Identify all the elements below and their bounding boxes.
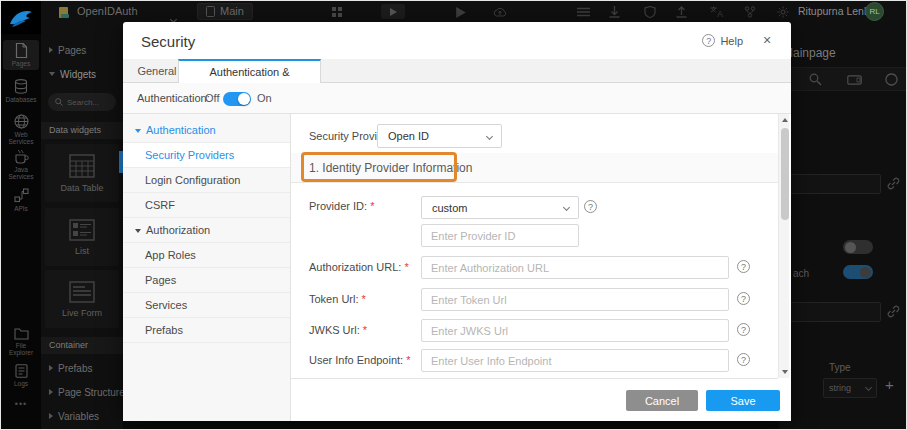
page-icon <box>206 6 215 17</box>
theme-ring-icon[interactable] <box>885 73 898 86</box>
export-icon[interactable] <box>676 6 687 18</box>
authorization-url-input[interactable] <box>421 256 729 279</box>
help-icon[interactable] <box>737 260 750 273</box>
help-button[interactable]: Help <box>702 34 743 47</box>
play-icon <box>390 8 397 16</box>
project-name[interactable]: OpenIDAuth <box>77 1 138 22</box>
tree-item-prefabs[interactable]: Prefabs <box>41 359 123 377</box>
inspect-icon[interactable] <box>809 73 822 86</box>
rail-more-menu[interactable]: ••• <box>3 399 39 409</box>
user-info-endpoint-input[interactable] <box>421 349 729 372</box>
nav-item-app-roles[interactable]: App Roles <box>123 243 290 268</box>
dialog-title: Security <box>141 33 195 50</box>
tree-item-page-structure[interactable]: Page Structure <box>41 383 123 401</box>
caret-right-icon <box>49 413 53 419</box>
caret-right-icon <box>49 389 53 395</box>
user-name[interactable]: Ritupurna Lenka <box>798 1 875 22</box>
api-nodes-icon <box>14 188 29 203</box>
scrollbar-thumb[interactable] <box>781 128 789 220</box>
add-button[interactable]: + <box>885 376 894 393</box>
coffee-icon <box>14 149 29 164</box>
avatar[interactable]: RL <box>865 2 884 21</box>
import-icon[interactable] <box>609 6 620 18</box>
caret-right-icon <box>49 365 53 371</box>
page-tab-main[interactable]: Main <box>197 3 253 20</box>
tab-authentication-authorization[interactable]: Authentication & Authorization <box>178 59 321 84</box>
toggle-on-label: On <box>257 92 272 104</box>
widgets-search-input[interactable]: Search... <box>48 93 116 111</box>
help-icon[interactable] <box>737 292 750 305</box>
property-toggle-on[interactable] <box>843 265 873 279</box>
toggle-off-label: Off <box>205 92 219 104</box>
authentication-toggle[interactable] <box>223 92 251 106</box>
nav-item-services[interactable]: Services <box>123 293 290 318</box>
branch-icon[interactable] <box>744 6 756 18</box>
device-preview-icon[interactable] <box>847 75 862 85</box>
authorization-url-label: Authorization URL: <box>309 261 409 273</box>
scroll-down-icon[interactable] <box>782 370 788 374</box>
tree-item-widgets[interactable]: Widgets <box>41 65 123 83</box>
jwks-url-label: JWKS Url: <box>309 324 367 336</box>
rail-item-pages[interactable]: Pages <box>3 40 39 70</box>
caret-down-icon <box>49 72 55 76</box>
dialog-tabs: General Authentication & Authorization <box>123 59 791 83</box>
list-menu-icon[interactable] <box>577 7 590 17</box>
nav-item-pages[interactable]: Pages <box>123 268 290 293</box>
database-icon <box>14 79 28 94</box>
security-provider-select[interactable]: Open ID <box>377 124 502 148</box>
rail-item-web-services[interactable]: Web Services <box>3 114 39 145</box>
close-icon[interactable] <box>759 32 775 48</box>
help-icon[interactable] <box>737 353 750 366</box>
save-button[interactable]: Save <box>706 390 780 411</box>
rail-item-apis[interactable]: APIs <box>3 188 39 212</box>
tree-item-variables[interactable]: Variables <box>41 407 123 425</box>
translate-icon[interactable]: A <box>710 6 724 18</box>
grid-view-icon[interactable] <box>332 7 342 17</box>
jwks-url-input[interactable] <box>421 319 729 342</box>
data-table-icon <box>69 154 95 178</box>
provider-id-select[interactable]: custom <box>421 196 579 219</box>
container-header: Container <box>41 337 123 354</box>
bind-link-icon[interactable] <box>887 177 900 190</box>
bind-link-icon[interactable] <box>887 305 900 318</box>
tab-general[interactable]: General <box>136 59 178 83</box>
nav-item-csrf[interactable]: CSRF <box>123 193 290 218</box>
widget-tile-data-table[interactable]: Data Table <box>45 144 119 202</box>
nav-item-security-providers[interactable]: Security Providers <box>123 143 290 168</box>
help-icon[interactable] <box>584 200 597 213</box>
nav-item-prefabs[interactable]: Prefabs <box>123 318 290 343</box>
help-icon[interactable] <box>737 323 750 336</box>
top-bar: OpenIDAuth Main A Ritupurna Lenka RL <box>1 1 907 22</box>
property-field[interactable] <box>783 302 881 322</box>
preview-button[interactable] <box>381 4 405 19</box>
rail-item-logs[interactable]: Logs <box>3 364 39 387</box>
settings-gear-icon[interactable] <box>777 6 789 18</box>
more-dots-icon: ••• <box>15 399 27 409</box>
tree-item-pages[interactable]: Pages <box>41 41 123 59</box>
security-provider-form: Security Provider: Open ID 1. Identity P… <box>291 114 791 421</box>
dialog-footer: Cancel Save <box>291 378 778 421</box>
run-icon[interactable] <box>456 7 466 18</box>
cancel-button[interactable]: Cancel <box>626 390 698 411</box>
property-field[interactable] <box>783 174 881 194</box>
deploy-cloud-icon[interactable] <box>493 6 507 18</box>
provider-id-input[interactable] <box>421 224 579 247</box>
type-select[interactable]: string <box>823 378 877 398</box>
nav-group-authentication[interactable]: Authentication <box>123 118 290 143</box>
rail-item-file-explorer[interactable]: File Explorer <box>3 327 39 356</box>
widget-tile-list[interactable]: List <box>45 208 119 266</box>
nav-group-authorization[interactable]: Authorization <box>123 218 290 243</box>
scroll-up-icon[interactable] <box>782 118 788 122</box>
provider-id-label: Provider ID: <box>309 200 374 212</box>
token-url-input[interactable] <box>421 288 729 311</box>
property-toggle-off[interactable] <box>843 240 873 254</box>
rail-item-databases[interactable]: Databases <box>3 79 39 103</box>
globe-icon <box>14 114 29 129</box>
widgets-panel: Pages Widgets Search... Data widgets Dat… <box>41 22 123 430</box>
widget-tile-live-form[interactable]: Live Form <box>45 270 119 328</box>
form-scrollbar[interactable] <box>778 114 789 378</box>
security-shield-icon[interactable] <box>644 6 656 18</box>
app-logo[interactable] <box>1 1 41 34</box>
rail-item-java-services[interactable]: Java Services <box>3 149 39 180</box>
nav-item-login-configuration[interactable]: Login Configuration <box>123 168 290 193</box>
